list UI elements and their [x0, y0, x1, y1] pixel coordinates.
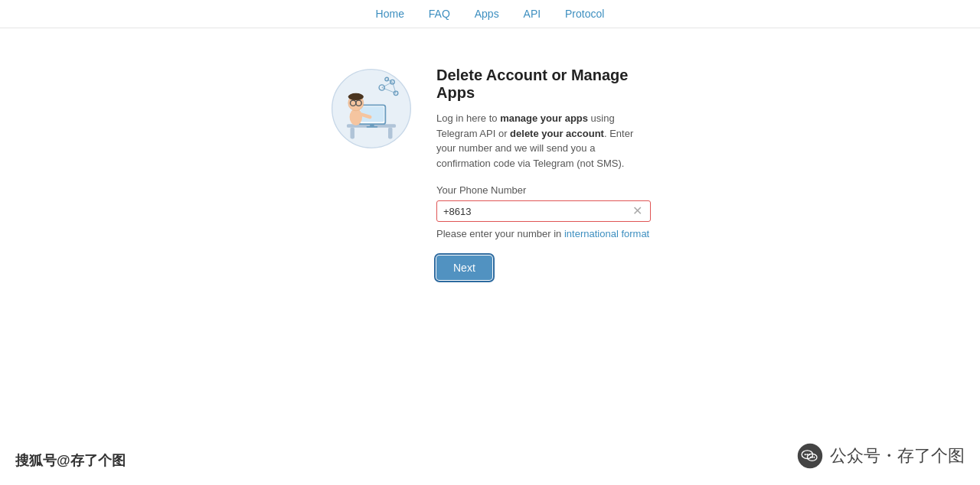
- svg-point-14: [348, 93, 364, 100]
- main-content: Delete Account or Manage Apps Log in her…: [0, 28, 980, 318]
- phone-input[interactable]: [443, 206, 631, 217]
- svg-point-8: [350, 109, 363, 125]
- page-description: Log in here to manage your apps using Te…: [436, 111, 651, 171]
- phone-input-wrapper: ✕: [436, 200, 651, 222]
- hint-text: Please enter your number in internationa…: [436, 226, 651, 242]
- svg-rect-7: [367, 126, 378, 128]
- illustration: [329, 67, 413, 151]
- phone-clear-button[interactable]: ✕: [631, 205, 644, 217]
- top-nav: Home FAQ Apps API Protocol: [0, 0, 980, 28]
- next-button[interactable]: Next: [436, 256, 492, 280]
- nav-protocol[interactable]: Protocol: [565, 8, 604, 20]
- international-format-link[interactable]: international format: [564, 228, 649, 239]
- form-section: Delete Account or Manage Apps Log in her…: [436, 67, 651, 280]
- nav-apps[interactable]: Apps: [475, 8, 499, 20]
- nav-faq[interactable]: FAQ: [429, 8, 450, 20]
- page-title: Delete Account or Manage Apps: [436, 67, 651, 102]
- nav-home[interactable]: Home: [376, 8, 404, 20]
- svg-rect-2: [351, 128, 355, 139]
- nav-api[interactable]: API: [524, 8, 541, 20]
- phone-label: Your Phone Number: [436, 184, 651, 196]
- svg-rect-3: [388, 128, 393, 139]
